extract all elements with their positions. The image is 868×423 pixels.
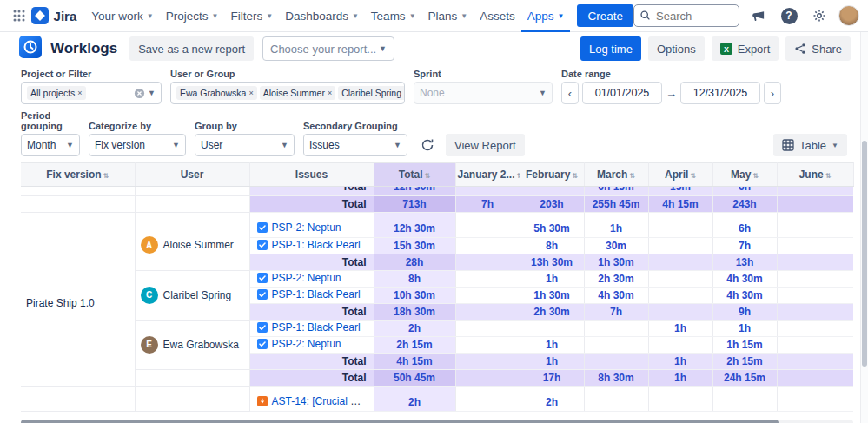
nav-item-apps[interactable]: Apps▼ xyxy=(521,0,571,32)
log-time-button[interactable]: Log time xyxy=(580,36,641,61)
column-header-fix-version[interactable]: Fix version⇅ xyxy=(21,163,135,187)
date-prev-button[interactable]: ‹ xyxy=(561,82,579,104)
column-header-january-2[interactable]: January 2...⇅ xyxy=(455,163,520,187)
fix-version-cell xyxy=(21,394,135,411)
help-icon[interactable]: ? xyxy=(778,4,800,27)
issue-link[interactable]: PSP-2: Neptun xyxy=(272,338,341,350)
horizontal-scrollbar-thumb[interactable] xyxy=(21,420,779,423)
remove-chip-icon[interactable]: × xyxy=(248,89,253,97)
month-cell xyxy=(584,212,648,221)
month-value-cell: 1h xyxy=(584,221,648,237)
project-filter-select[interactable]: All projects× ▼ xyxy=(21,82,162,104)
primary-nav: Your work▼ Projects▼ Filters▼ Dashboards… xyxy=(85,0,570,32)
remove-chip-icon[interactable]: × xyxy=(404,89,405,97)
issue-link[interactable]: PSP-2: Neptun xyxy=(272,272,341,284)
vertical-scrollbar[interactable] xyxy=(860,32,868,423)
column-header-march[interactable]: March⇅ xyxy=(584,163,648,187)
month-cell xyxy=(455,386,520,394)
month-value-cell: 15m xyxy=(648,187,712,195)
filter-chip[interactable]: Ewa Grabowska× xyxy=(176,86,257,100)
column-header-february[interactable]: February⇅ xyxy=(520,163,584,187)
options-button[interactable]: Options xyxy=(648,36,705,61)
total-value-cell: 2h 15m xyxy=(374,336,455,353)
issue-link[interactable]: PSP-1: Black Pearl xyxy=(272,239,361,251)
nav-item-projects[interactable]: Projects▼ xyxy=(160,0,225,32)
sort-icon[interactable]: ⇅ xyxy=(103,172,109,180)
date-from-input[interactable]: 01/01/2025 xyxy=(582,82,662,104)
issue-link[interactable]: PSP-2: Neptun xyxy=(272,221,341,234)
nav-item-filters[interactable]: Filters▼ xyxy=(224,0,279,32)
column-header-june[interactable]: June⇅ xyxy=(777,163,853,187)
nav-item-plans[interactable]: Plans▼ xyxy=(422,0,474,32)
issue-cell: PSP-2: Neptun xyxy=(249,270,374,287)
sort-icon[interactable]: ⇅ xyxy=(517,172,520,180)
worklog-table-body: Total12h 30m6h 15m15m6hTotal713h7h203h25… xyxy=(21,187,853,412)
vertical-scrollbar-thumb[interactable] xyxy=(862,141,867,367)
nav-item-assets[interactable]: Assets xyxy=(474,0,521,32)
megaphone-icon[interactable] xyxy=(747,4,770,27)
view-mode-select[interactable]: Table ▼ xyxy=(773,134,847,156)
nav-right-cluster: ? xyxy=(633,4,859,27)
top-navigation: Jira Your work▼ Projects▼ Filters▼ Dashb… xyxy=(0,0,868,32)
share-button[interactable]: Share xyxy=(785,36,851,61)
column-header-total[interactable]: Total⇅ xyxy=(374,163,455,187)
month-value-cell: 2h 30m xyxy=(520,303,584,320)
month-value-cell: 24h 15m xyxy=(712,369,777,386)
save-report-button[interactable]: Save as a new report xyxy=(129,36,254,61)
month-value-cell xyxy=(455,394,520,411)
gear-icon[interactable] xyxy=(808,4,831,27)
column-header-may[interactable]: May⇅ xyxy=(712,163,777,187)
export-button[interactable]: X Export xyxy=(712,36,779,61)
nav-item-dashboards[interactable]: Dashboards▼ xyxy=(279,0,365,32)
user-avatar[interactable] xyxy=(838,5,859,26)
filter-chip[interactable]: Claribel Spring× xyxy=(338,86,405,100)
date-to-input[interactable]: 12/31/2025 xyxy=(680,82,760,104)
sprint-filter-select[interactable]: None ▼ xyxy=(414,82,553,104)
view-report-button[interactable]: View Report xyxy=(446,134,525,156)
sort-icon[interactable]: ⇅ xyxy=(825,172,832,180)
jira-logo[interactable]: Jira xyxy=(31,7,77,24)
total-value-cell: 28h xyxy=(374,254,455,270)
date-next-button[interactable]: › xyxy=(764,82,781,104)
issue-type-ast-icon xyxy=(257,396,268,409)
refresh-icon[interactable] xyxy=(416,134,439,156)
sort-icon[interactable]: ⇅ xyxy=(629,172,635,180)
issue-link[interactable]: PSP-1: Black Pearl xyxy=(272,321,361,334)
issue-link[interactable]: AST-14: [Crucial Compon... xyxy=(272,395,374,407)
sort-icon[interactable]: ⇅ xyxy=(572,172,578,180)
project-filter-label: Project or Filter xyxy=(21,69,162,79)
filter-chip[interactable]: All projects× xyxy=(27,86,86,100)
issue-link[interactable]: PSP-1: Black Pearl xyxy=(272,288,361,301)
month-cell xyxy=(777,386,853,394)
user-filter-select[interactable]: Ewa Grabowska× Aloise Summer× Claribel S… xyxy=(170,82,405,104)
column-header-april[interactable]: April⇅ xyxy=(648,163,712,187)
group-by-select[interactable]: User▼ xyxy=(195,134,295,156)
filter-chip[interactable]: Aloise Summer× xyxy=(260,86,335,100)
sort-icon[interactable]: ⇅ xyxy=(425,172,431,180)
sort-icon[interactable]: ⇅ xyxy=(690,172,696,180)
month-value-cell xyxy=(777,254,853,270)
period-grouping-select[interactable]: Month▼ xyxy=(21,134,80,156)
categorize-by-select[interactable]: Fix version▼ xyxy=(89,134,186,156)
month-value-cell xyxy=(520,187,584,195)
sort-icon[interactable]: ⇅ xyxy=(752,172,759,180)
remove-chip-icon[interactable]: × xyxy=(77,89,82,97)
sprint-filter-label: Sprint xyxy=(414,69,553,79)
secondary-grouping-select[interactable]: Issues▼ xyxy=(303,134,407,156)
month-value-cell: 6h 15m xyxy=(584,187,648,195)
nav-item-your-work[interactable]: Your work▼ xyxy=(85,0,159,32)
remove-chip-icon[interactable]: × xyxy=(328,89,332,97)
user-cell xyxy=(135,187,249,195)
month-value-cell: 6h xyxy=(712,221,777,237)
app-switcher-icon[interactable] xyxy=(10,4,28,27)
report-select[interactable]: Choose your report... ▼ xyxy=(262,36,394,61)
table-body-viewport: Total12h 30m6h 15m15m6hTotal713h7h203h25… xyxy=(21,187,853,416)
clear-icon[interactable] xyxy=(134,88,145,99)
horizontal-scrollbar[interactable] xyxy=(21,420,853,423)
month-value-cell: 13h 30m xyxy=(520,254,584,270)
month-value-cell xyxy=(777,237,853,254)
total-value-cell: 15h 30m xyxy=(374,237,455,254)
nav-item-teams[interactable]: Teams▼ xyxy=(365,0,422,32)
create-button[interactable]: Create xyxy=(577,4,633,27)
month-value-cell xyxy=(777,336,853,353)
